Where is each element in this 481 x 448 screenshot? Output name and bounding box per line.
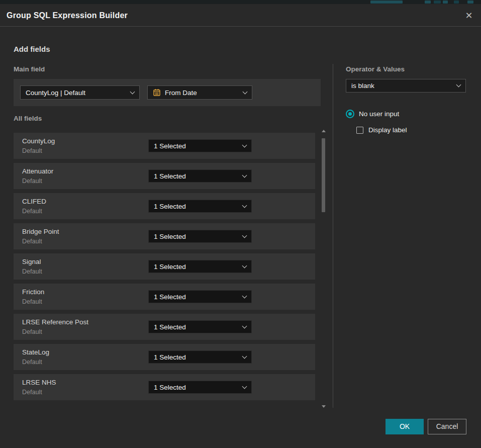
chevron-down-icon xyxy=(456,82,461,87)
close-icon[interactable]: ✕ xyxy=(463,10,475,22)
chevron-down-icon xyxy=(242,263,247,268)
field-name: Attenuator xyxy=(22,167,53,175)
field-selected-dropdown[interactable]: 1 Selected xyxy=(148,230,252,243)
field-subtitle: Default xyxy=(22,328,42,335)
chevron-down-icon xyxy=(242,233,247,238)
field-selected-dropdown[interactable]: 1 Selected xyxy=(148,290,252,303)
chevron-down-icon xyxy=(242,172,247,177)
cancel-button[interactable]: Cancel xyxy=(428,419,466,434)
field-selected-dropdown[interactable]: 1 Selected xyxy=(148,350,252,364)
dialog-title: Group SQL Expression Builder xyxy=(7,4,128,27)
selected-count-label: 1 Selected xyxy=(154,172,239,180)
chevron-down-icon xyxy=(242,384,247,389)
field-selected-dropdown[interactable]: 1 Selected xyxy=(148,260,252,273)
no-user-input-label: No user input xyxy=(359,110,399,118)
background-app-fragment xyxy=(443,1,448,4)
no-user-input-option[interactable]: No user input xyxy=(346,110,399,118)
dialog-titlebar: Group SQL Expression Builder ✕ xyxy=(0,4,481,27)
chevron-down-icon xyxy=(242,323,247,328)
field-name: Bridge Point xyxy=(22,228,59,235)
operator-dropdown-value: is blank xyxy=(351,82,453,89)
field-subtitle: Default xyxy=(22,359,42,366)
group-sql-expression-builder-dialog: Group SQL Expression Builder ✕ Add field… xyxy=(0,4,481,448)
add-fields-heading: Add fields xyxy=(14,45,50,53)
calendar-icon xyxy=(153,88,161,97)
field-name: LRSE NHS xyxy=(22,379,56,386)
main-field-layer-dropdown[interactable]: CountyLog | Default xyxy=(20,85,140,100)
field-selected-dropdown[interactable]: 1 Selected xyxy=(148,381,252,394)
field-row: Bridge Point Default 1 Selected xyxy=(14,223,315,249)
checkbox-unchecked-icon[interactable] xyxy=(356,127,363,134)
field-row: LRSE NHS Default 1 Selected xyxy=(14,374,315,400)
main-field-panel: CountyLog | Default From Date xyxy=(14,79,321,106)
field-row: Attenuator Default 1 Selected xyxy=(14,163,315,189)
field-subtitle: Default xyxy=(22,389,42,396)
selected-count-label: 1 Selected xyxy=(154,293,239,301)
selected-count-label: 1 Selected xyxy=(154,323,239,331)
field-selected-dropdown[interactable]: 1 Selected xyxy=(148,139,252,152)
scrollbar-thumb[interactable] xyxy=(322,138,325,212)
background-app-glimpse xyxy=(0,0,481,4)
radio-selected-icon[interactable] xyxy=(346,110,354,118)
panel-divider xyxy=(333,64,333,408)
ok-button[interactable]: OK xyxy=(386,419,424,434)
selected-count-label: 1 Selected xyxy=(154,203,239,210)
display-label-option[interactable]: Display label xyxy=(356,126,407,134)
chevron-down-icon xyxy=(242,142,247,147)
background-app-fragment xyxy=(454,1,459,4)
field-row: Friction Default 1 Selected xyxy=(14,284,315,310)
background-app-fragment xyxy=(370,1,403,4)
background-app-fragment xyxy=(434,1,441,4)
field-row: LRSE Reference Post Default 1 Selected xyxy=(14,314,315,340)
field-name: LRSE Reference Post xyxy=(22,318,88,326)
selected-count-label: 1 Selected xyxy=(154,142,239,150)
field-row: Signal Default 1 Selected xyxy=(14,253,315,280)
operator-values-label: Operator & Values xyxy=(346,65,405,73)
field-name: CountyLog xyxy=(22,137,55,145)
background-app-fragment xyxy=(425,1,431,4)
selected-count-label: 1 Selected xyxy=(154,384,239,391)
field-subtitle: Default xyxy=(22,298,42,305)
field-row: StateLog Default 1 Selected xyxy=(14,344,315,370)
layer-dropdown-value: CountyLog | Default xyxy=(26,89,127,97)
selected-count-label: 1 Selected xyxy=(154,233,239,240)
field-selected-dropdown[interactable]: 1 Selected xyxy=(148,169,252,183)
operator-dropdown[interactable]: is blank xyxy=(346,79,466,93)
field-name: CLIFED xyxy=(22,198,46,205)
display-label-label: Display label xyxy=(368,126,407,134)
field-subtitle: Default xyxy=(22,268,42,275)
field-subtitle: Default xyxy=(22,177,42,185)
chevron-down-icon xyxy=(243,89,248,94)
scrollbar-up-arrow-icon[interactable] xyxy=(322,130,326,132)
field-subtitle: Default xyxy=(22,147,42,154)
field-subtitle: Default xyxy=(22,238,42,245)
all-fields-label: All fields xyxy=(14,115,42,122)
field-selected-dropdown[interactable]: 1 Selected xyxy=(148,320,252,333)
all-fields-list: CountyLog Default 1 Selected Attenuator … xyxy=(14,133,315,400)
field-name: StateLog xyxy=(22,348,49,356)
field-selected-dropdown[interactable]: 1 Selected xyxy=(148,200,252,213)
field-name: Friction xyxy=(22,288,44,296)
main-field-field-dropdown[interactable]: From Date xyxy=(147,85,252,100)
field-row: CLIFED Default 1 Selected xyxy=(14,193,315,219)
chevron-down-icon xyxy=(130,89,135,94)
selected-count-label: 1 Selected xyxy=(154,263,239,271)
all-fields-scrollbar[interactable] xyxy=(321,130,326,408)
main-field-label: Main field xyxy=(14,65,45,73)
field-subtitle: Default xyxy=(22,208,42,215)
chevron-down-icon xyxy=(242,293,247,298)
background-app-fragment xyxy=(467,1,473,4)
field-dropdown-value: From Date xyxy=(165,89,239,97)
field-row: CountyLog Default 1 Selected xyxy=(14,133,315,159)
scrollbar-down-arrow-icon[interactable] xyxy=(322,405,326,408)
selected-count-label: 1 Selected xyxy=(154,353,239,361)
field-name: Signal xyxy=(22,258,41,265)
chevron-down-icon xyxy=(242,203,247,208)
chevron-down-icon xyxy=(242,353,247,359)
